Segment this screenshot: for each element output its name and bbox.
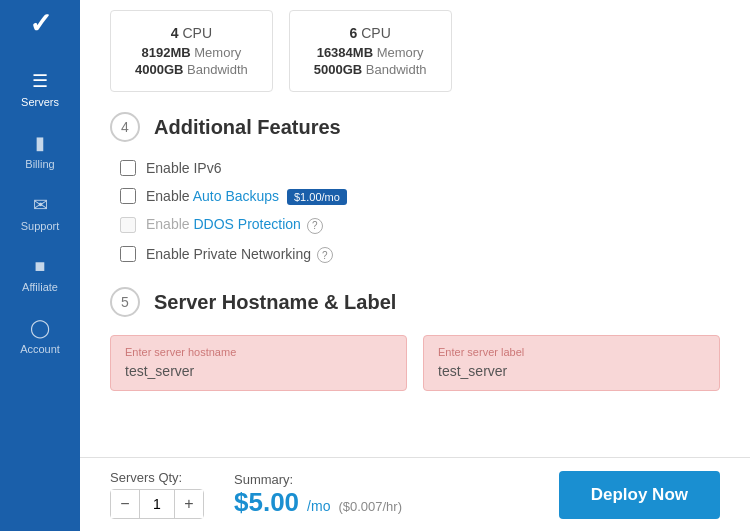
plan-4cpu-memory: 8192MB Memory [135,45,248,60]
feature-backups: Enable Auto Backups $1.00/mo [120,188,720,204]
content-area: 4 CPU 8192MB Memory 4000GB Bandwidth 6 C… [80,0,750,457]
qty-value: 1 [139,490,175,518]
backups-label: Enable Auto Backups $1.00/mo [146,188,347,204]
sidebar-item-account[interactable]: ◯ Account [0,305,80,367]
section5-number: 5 [110,287,140,317]
server-label-field-label: Enter server label [438,346,705,358]
section-additional-features: 4 Additional Features Enable IPv6 Enable… [110,112,720,263]
ipv6-checkbox[interactable] [120,160,136,176]
backups-link[interactable]: Auto Backups [193,188,279,204]
account-icon: ◯ [30,317,50,339]
plan-cards: 4 CPU 8192MB Memory 4000GB Bandwidth 6 C… [110,0,720,112]
sidebar-item-affiliate[interactable]: ■ Affiliate [0,244,80,305]
price-dollars: $5.00 [234,487,299,518]
billing-icon: ▮ [35,132,45,154]
section4-title: Additional Features [154,116,341,139]
backups-badge: $1.00/mo [287,189,347,205]
ddos-label: Enable DDOS Protection ? [146,216,323,234]
hostname-field: Enter server hostname [110,335,407,391]
summary-label: Summary: [234,472,529,487]
summary-section: Summary: $5.00 /mo ($0.007/hr) [234,472,529,518]
additional-features-list: Enable IPv6 Enable Auto Backups $1.00/mo… [110,160,720,263]
price-hourly: ($0.007/hr) [338,499,402,514]
qty-control: − 1 + [110,489,204,519]
ddos-link[interactable]: DDOS Protection [193,216,300,232]
private-networking-label: Enable Private Networking ? [146,246,333,264]
private-networking-help-icon[interactable]: ? [317,247,333,263]
qty-label: Servers Qty: [110,470,204,485]
hostname-field-label: Enter server hostname [125,346,392,358]
sidebar-item-support[interactable]: ✉ Support [0,182,80,244]
section5-title: Server Hostname & Label [154,291,396,314]
sidebar-item-support-label: Support [21,220,60,232]
sidebar-item-servers-label: Servers [21,96,59,108]
section4-header: 4 Additional Features [110,112,720,142]
plan-6cpu-cpu: 6 CPU [314,25,427,41]
section4-number: 4 [110,112,140,142]
plan-6cpu-bandwidth: 5000GB Bandwidth [314,62,427,77]
qty-section: Servers Qty: − 1 + [110,470,204,519]
plan-4cpu-bandwidth: 4000GB Bandwidth [135,62,248,77]
section-hostname: 5 Server Hostname & Label Enter server h… [110,287,720,391]
ipv6-label: Enable IPv6 [146,160,222,176]
sidebar-item-servers[interactable]: ☰ Servers [0,58,80,120]
ddos-help-icon[interactable]: ? [307,218,323,234]
sidebar-item-billing[interactable]: ▮ Billing [0,120,80,182]
plan-card-6cpu[interactable]: 6 CPU 16384MB Memory 5000GB Bandwidth [289,10,452,92]
feature-ddos: Enable DDOS Protection ? [120,216,720,234]
plan-4cpu-cpu: 4 CPU [135,25,248,41]
hostname-input[interactable] [125,363,392,379]
servers-icon: ☰ [32,70,48,92]
private-networking-checkbox[interactable] [120,246,136,262]
qty-decrease-button[interactable]: − [111,490,139,518]
support-icon: ✉ [33,194,48,216]
qty-increase-button[interactable]: + [175,490,203,518]
logo: ✓ [29,10,52,38]
plan-card-4cpu[interactable]: 4 CPU 8192MB Memory 4000GB Bandwidth [110,10,273,92]
section5-header: 5 Server Hostname & Label [110,287,720,317]
server-label-input[interactable] [438,363,705,379]
summary-price: $5.00 /mo ($0.007/hr) [234,487,529,518]
feature-private-networking: Enable Private Networking ? [120,246,720,264]
ddos-checkbox [120,217,136,233]
sidebar-item-affiliate-label: Affiliate [22,281,58,293]
main-content: 4 CPU 8192MB Memory 4000GB Bandwidth 6 C… [80,0,750,531]
plan-6cpu-memory: 16384MB Memory [314,45,427,60]
feature-ipv6: Enable IPv6 [120,160,720,176]
hostname-row: Enter server hostname Enter server label [110,335,720,391]
price-per: /mo [307,498,330,514]
footer: Servers Qty: − 1 + Summary: $5.00 /mo ($… [80,457,750,531]
sidebar-item-billing-label: Billing [25,158,54,170]
sidebar: ✓ ☰ Servers ▮ Billing ✉ Support ■ Affili… [0,0,80,531]
server-label-field: Enter server label [423,335,720,391]
affiliate-icon: ■ [35,256,46,277]
sidebar-item-account-label: Account [20,343,60,355]
backups-checkbox[interactable] [120,188,136,204]
deploy-button[interactable]: Deploy Now [559,471,720,519]
